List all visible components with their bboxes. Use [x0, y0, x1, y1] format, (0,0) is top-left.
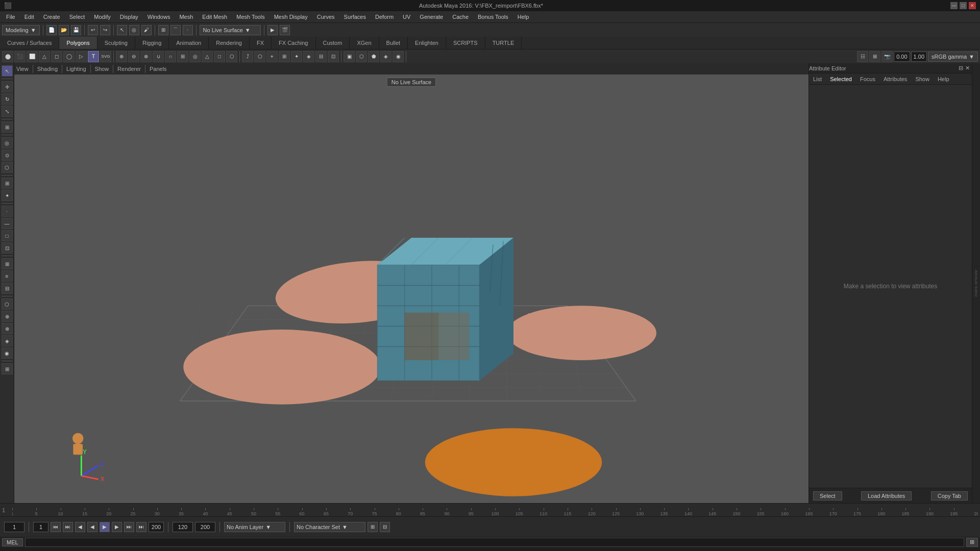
render-icon[interactable]: ▶ [267, 25, 278, 35]
range-end-input[interactable] [149, 522, 164, 532]
end-frame-input[interactable] [173, 522, 193, 532]
no-live-surface-dropdown[interactable]: No Live Surface ▼ [200, 25, 261, 35]
optimize-btn[interactable]: ◉ [2, 347, 13, 359]
menu-item-windows[interactable]: Windows [143, 13, 175, 21]
tab-rigging[interactable]: Rigging [135, 37, 169, 49]
smooth-icon[interactable]: ◎ [189, 51, 201, 62]
extract-icon[interactable]: ⊗ [140, 51, 152, 62]
cmd-right-button[interactable]: ⊞ [966, 538, 978, 547]
menu-item-edit-mesh[interactable]: Edit Mesh [198, 13, 231, 21]
wedge-icon[interactable]: ◈ [303, 51, 314, 62]
vp-frame-icon[interactable]: ⊞ [869, 51, 880, 62]
menu-item-help[interactable]: Help [513, 13, 533, 21]
char-set-btn2[interactable]: ⊟ [380, 522, 390, 532]
new-file-icon[interactable]: 📄 [46, 25, 57, 35]
component-vert-btn[interactable]: · [2, 206, 13, 217]
attr-tab-list[interactable]: List [811, 75, 824, 83]
bridge-icon[interactable]: ⌖ [266, 51, 278, 62]
attr-tab-show[interactable]: Show [913, 75, 932, 83]
menu-item-deform[interactable]: Deform [371, 13, 398, 21]
attr-tab-help[interactable]: Help [936, 75, 951, 83]
separate-icon[interactable]: ⊖ [128, 51, 139, 62]
select-button[interactable]: Select [813, 491, 842, 500]
menu-item-modify[interactable]: Modify [90, 13, 114, 21]
val2-field[interactable]: 1.00 [911, 52, 927, 62]
attr-tab-focus[interactable]: Focus [858, 75, 877, 83]
gamma-dropdown[interactable]: sRGB gamma ▼ [928, 52, 978, 62]
paint-icon[interactable]: 🖌 [141, 25, 152, 35]
menu-item-surfaces[interactable]: Surfaces [340, 13, 370, 21]
mirror-icon[interactable]: ⊞ [177, 51, 188, 62]
boolean-union-icon[interactable]: ∪ [153, 51, 164, 62]
select-region-icon[interactable]: ▣ [344, 51, 355, 62]
tab-enlighten[interactable]: Enlighten [408, 37, 446, 49]
close-button[interactable]: ✕ [969, 2, 976, 9]
lasso-select-btn[interactable]: ⊙ [2, 149, 13, 161]
menu-item-select[interactable]: Select [65, 13, 89, 21]
play-fwd-btn[interactable]: ▶ [100, 522, 110, 532]
rotate-tool-btn[interactable]: ↻ [2, 93, 13, 105]
crease-btn[interactable]: ⊕ [2, 311, 13, 322]
tab-polygons[interactable]: Polygons [59, 37, 97, 49]
redo-icon[interactable]: ↪ [100, 25, 110, 35]
undo-icon[interactable]: ↩ [88, 25, 98, 35]
nurbs-plane-icon[interactable]: ◻ [51, 51, 62, 62]
attr-tab-selected[interactable]: Selected [828, 75, 854, 83]
edge-loop-icon[interactable]: ⊟ [315, 51, 327, 62]
paint-select-btn[interactable]: ⬡ [2, 162, 13, 173]
menu-item-curves[interactable]: Curves [313, 13, 339, 21]
select-paint-icon[interactable]: ⬟ [368, 51, 379, 62]
component-face-btn[interactable]: □ [2, 230, 13, 241]
subbar-item-panels[interactable]: Panels [150, 66, 167, 72]
tab-scripts[interactable]: SCRIPTS [446, 37, 485, 49]
tab-sculpting[interactable]: Sculpting [97, 37, 135, 49]
menu-item-mesh[interactable]: Mesh [175, 13, 197, 21]
select-grow-icon[interactable]: ◈ [380, 51, 391, 62]
attr-tab-attributes[interactable]: Attributes [881, 75, 909, 83]
tab-fx-caching[interactable]: FX Caching [272, 37, 315, 49]
subbar-item-show[interactable]: Show [95, 66, 109, 72]
tab-bullet[interactable]: Bullet [379, 37, 408, 49]
prev-key-btn[interactable]: ◀ [75, 522, 85, 532]
text-icon[interactable]: T [88, 51, 99, 62]
menu-item-cache[interactable]: Cache [448, 13, 473, 21]
unfold-btn[interactable]: ⊗ [2, 323, 13, 334]
misc-btn[interactable]: ⊞ [2, 363, 13, 374]
tab-rendering[interactable]: Rendering [209, 37, 250, 49]
val1-field[interactable]: 0.00 [894, 52, 910, 62]
last-tool-btn[interactable]: ⊞ [2, 121, 13, 133]
attr-editor-close-btn[interactable]: ✕ [965, 65, 970, 71]
go-end-btn[interactable]: ⏭ [136, 522, 146, 532]
display-level-btn[interactable]: ⬡ [2, 298, 13, 310]
nurbs-prism-icon[interactable]: ▷ [76, 51, 87, 62]
attr-editor-float-btn[interactable]: ⊟ [959, 65, 963, 71]
svg-icon[interactable]: SVG [100, 51, 111, 62]
mode-dropdown[interactable]: Modeling ▼ [2, 25, 40, 35]
combine-icon[interactable]: ⊕ [116, 51, 127, 62]
tab-xgen[interactable]: XGen [350, 37, 379, 49]
nurbs-sphere-icon[interactable]: ⬤ [2, 51, 13, 62]
menu-item-mesh-display[interactable]: Mesh Display [270, 13, 312, 21]
channel-btn[interactable]: ≡ [2, 270, 13, 282]
bevel-icon[interactable]: ⬠ [254, 51, 265, 62]
minimize-button[interactable]: — [950, 2, 958, 9]
menu-item-display[interactable]: Display [116, 13, 142, 21]
render2-icon[interactable]: 🎬 [280, 25, 290, 35]
timeline[interactable]: 1 15101520253035404550556065707580859095… [0, 503, 980, 516]
tab-curves---surfaces[interactable]: Curves / Surfaces [0, 37, 59, 49]
nurbs-cone-icon[interactable]: △ [39, 51, 50, 62]
component-edge-btn[interactable]: — [2, 218, 13, 229]
select-lasso-icon[interactable]: ⬡ [356, 51, 367, 62]
open-file-icon[interactable]: 📂 [59, 25, 69, 35]
select-tool-btn[interactable]: ↖ [2, 65, 13, 77]
vp-cam-icon[interactable]: 📷 [881, 51, 893, 62]
menu-item-generate[interactable]: Generate [415, 13, 447, 21]
menu-item-edit[interactable]: Edit [20, 13, 38, 21]
char-set-btn1[interactable]: ⊞ [368, 522, 378, 532]
lasso-icon[interactable]: ◎ [129, 25, 139, 35]
end-frame2-input[interactable] [195, 522, 215, 532]
boolean-diff-icon[interactable]: ∩ [165, 51, 176, 62]
relax-btn[interactable]: ◈ [2, 335, 13, 346]
save-file-icon[interactable]: 💾 [71, 25, 81, 35]
go-start-btn[interactable]: ⏮ [51, 522, 61, 532]
